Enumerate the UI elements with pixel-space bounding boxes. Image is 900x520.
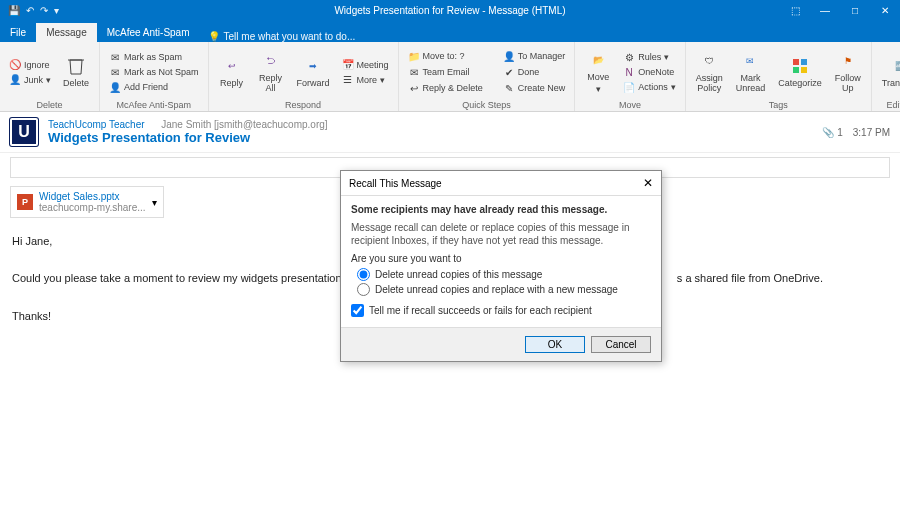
mark-unread-button[interactable]: ✉Mark Unread <box>732 45 770 99</box>
rules-button[interactable]: ⚙Rules▾ <box>620 50 679 64</box>
group-respond: ↩Reply ⮌Reply All ➡Forward 📅Meeting ☰Mor… <box>209 42 399 111</box>
reply-all-button[interactable]: ⮌Reply All <box>254 45 288 99</box>
add-friend-label: Add Friend <box>124 82 168 92</box>
assign-policy-button[interactable]: 🛡Assign Policy <box>692 45 727 99</box>
checkbox-input[interactable] <box>351 304 364 317</box>
minimize-button[interactable]: — <box>810 0 840 20</box>
window-title: Widgets Presentation for Review - Messag… <box>334 5 565 16</box>
qs-replydelete[interactable]: ↩Reply & Delete <box>405 81 486 95</box>
close-window-button[interactable]: ✕ <box>870 0 900 20</box>
meeting-button[interactable]: 📅Meeting <box>339 58 392 72</box>
qs-tomanager[interactable]: 👤To Manager <box>500 49 569 63</box>
titlebar: 💾 ↶ ↷ ▾ Widgets Presentation for Review … <box>0 0 900 20</box>
forward-button[interactable]: ➡Forward <box>293 45 334 99</box>
chevron-down-icon[interactable]: ▾ <box>152 197 157 208</box>
meeting-icon: 📅 <box>342 59 354 71</box>
categorize-label: Categorize <box>778 78 822 88</box>
replydelete-icon: ↩ <box>408 82 420 94</box>
mark-spam-button[interactable]: ✉Mark as Spam <box>106 50 202 64</box>
group-tags-label: Tags <box>692 99 865 110</box>
sender-name: TeachUcomp Teacher <box>48 119 145 130</box>
delete-button[interactable]: Delete <box>59 45 93 99</box>
powerpoint-icon: P <box>17 194 33 210</box>
spam-icon: ✉ <box>109 51 121 63</box>
undo-icon[interactable]: ↶ <box>26 5 34 16</box>
categorize-icon <box>790 56 810 76</box>
save-icon[interactable]: 💾 <box>8 5 20 16</box>
attachment-indicator[interactable]: 📎 1 <box>822 127 842 138</box>
qs-moveto[interactable]: 📁Move to: ? <box>405 49 486 63</box>
actions-button[interactable]: 📄Actions▾ <box>620 80 679 94</box>
move-label: Move <box>587 72 609 82</box>
actions-label: Actions <box>638 82 668 92</box>
qs-replydelete-label: Reply & Delete <box>423 83 483 93</box>
reply-button[interactable]: ↩Reply <box>215 45 249 99</box>
chevron-down-icon: ▾ <box>671 82 676 92</box>
add-friend-button[interactable]: 👤Add Friend <box>106 80 202 94</box>
junk-button[interactable]: 👤Junk▾ <box>6 73 54 87</box>
ignore-button[interactable]: 🚫Ignore <box>6 58 54 72</box>
onenote-button[interactable]: NOneNote <box>620 65 679 79</box>
policy-icon: 🛡 <box>699 51 719 71</box>
translate-button[interactable]: 🔤Translate <box>878 45 900 99</box>
chevron-down-icon: ▾ <box>380 75 385 85</box>
checkbox-tellme[interactable]: Tell me if recall succeeds or fails for … <box>351 304 651 317</box>
checkbox-label: Tell me if recall succeeds or fails for … <box>369 305 592 316</box>
check-icon: ✔ <box>503 66 515 78</box>
ribbon-tabs: File Message McAfee Anti-Spam 💡 Tell me … <box>0 20 900 42</box>
radio-delete-replace[interactable]: Delete unread copies and replace with a … <box>357 283 651 296</box>
dialog-close-button[interactable]: ✕ <box>643 176 653 190</box>
tab-file[interactable]: File <box>0 23 36 42</box>
tab-message[interactable]: Message <box>36 23 97 42</box>
quick-access-toolbar: 💾 ↶ ↷ ▾ <box>0 5 59 16</box>
qs-teamemail-label: Team Email <box>423 67 470 77</box>
qs-createnew-label: Create New <box>518 83 566 93</box>
group-move: 📂Move▾ ⚙Rules▾ NOneNote 📄Actions▾ Move <box>575 42 686 111</box>
manager-icon: 👤 <box>503 50 515 62</box>
group-delete: 🚫Ignore 👤Junk▾ Delete Delete <box>0 42 100 111</box>
dialog-info: Message recall can delete or replace cop… <box>351 221 651 247</box>
svg-rect-0 <box>793 59 799 65</box>
attachment-count: 1 <box>837 127 843 138</box>
radio-input-2[interactable] <box>357 283 370 296</box>
svg-rect-2 <box>793 67 799 73</box>
attachment-chip[interactable]: P Widget Sales.pptx teachucomp-my.share.… <box>10 186 164 218</box>
junk-icon: 👤 <box>9 74 21 86</box>
qat-dropdown-icon[interactable]: ▾ <box>54 5 59 16</box>
qs-done[interactable]: ✔Done <box>500 65 569 79</box>
body-line1a: Could you please take a moment to review… <box>12 272 357 284</box>
more-respond-button[interactable]: ☰More▾ <box>339 73 392 87</box>
qs-teamemail[interactable]: ✉Team Email <box>405 65 486 79</box>
dialog-headline: Some recipients may have already read th… <box>351 204 651 215</box>
mark-notspam-button[interactable]: ✉Mark as Not Spam <box>106 65 202 79</box>
recipient-info: Jane Smith [jsmith@teachucomp.org] <box>161 119 327 130</box>
assign-policy-label: Assign Policy <box>696 73 723 93</box>
svg-rect-1 <box>801 59 807 65</box>
dialog-prompt: Are you sure you want to <box>351 253 651 264</box>
categorize-button[interactable]: Categorize <box>774 45 826 99</box>
more-icon: ☰ <box>342 74 354 86</box>
group-mcafee-label: McAfee Anti-Spam <box>106 99 202 110</box>
friend-icon: 👤 <box>109 81 121 93</box>
group-respond-label: Respond <box>215 99 392 110</box>
followup-button[interactable]: ⚑Follow Up <box>831 45 865 99</box>
group-mcafee: ✉Mark as Spam ✉Mark as Not Spam 👤Add Fri… <box>100 42 209 111</box>
popout-icon[interactable]: ⬚ <box>780 0 810 20</box>
tab-mcafee[interactable]: McAfee Anti-Spam <box>97 23 200 42</box>
delete-label: Delete <box>63 78 89 88</box>
group-delete-label: Delete <box>6 99 93 110</box>
move-button[interactable]: 📂Move▾ <box>581 45 615 99</box>
forward-icon: ➡ <box>303 56 323 76</box>
group-editing: 🔤Translate Editing <box>872 42 900 111</box>
maximize-button[interactable]: □ <box>840 0 870 20</box>
cancel-button[interactable]: Cancel <box>591 336 651 353</box>
mark-notspam-label: Mark as Not Spam <box>124 67 199 77</box>
redo-icon[interactable]: ↷ <box>40 5 48 16</box>
more-respond-label: More <box>357 75 378 85</box>
radio-input-1[interactable] <box>357 268 370 281</box>
qs-createnew[interactable]: ✎Create New <box>500 81 569 95</box>
ok-button[interactable]: OK <box>525 336 585 353</box>
radio-delete-unread[interactable]: Delete unread copies of this message <box>357 268 651 281</box>
followup-label: Follow Up <box>835 73 861 93</box>
tell-me-search[interactable]: 💡 Tell me what you want to do... <box>208 31 356 42</box>
